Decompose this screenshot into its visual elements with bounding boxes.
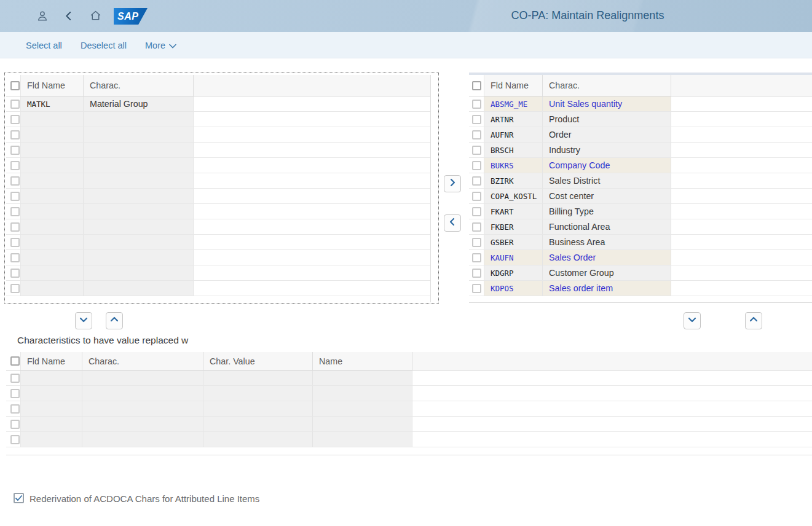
table-row[interactable] xyxy=(6,417,812,432)
row-checkbox[interactable] xyxy=(472,269,481,278)
column-header-char-value: Char. Value xyxy=(203,352,313,370)
row-checkbox[interactable] xyxy=(10,389,20,398)
table-row[interactable] xyxy=(6,112,430,127)
table-row[interactable]: COPA_KOSTLCost center xyxy=(469,189,812,204)
table-row[interactable]: AUFNROrder xyxy=(469,127,812,143)
user-profile-button[interactable] xyxy=(34,9,50,25)
row-checkbox[interactable] xyxy=(10,238,20,247)
row-checkbox[interactable] xyxy=(10,146,20,155)
row-checkbox[interactable] xyxy=(10,100,20,109)
table-row[interactable] xyxy=(6,235,430,250)
row-checkbox[interactable] xyxy=(10,161,20,170)
table-body xyxy=(6,371,812,447)
cell-charac xyxy=(84,127,194,142)
back-button[interactable] xyxy=(61,9,77,25)
row-checkbox[interactable] xyxy=(10,284,20,293)
table-row[interactable] xyxy=(6,386,812,401)
table-row[interactable] xyxy=(6,143,430,158)
table-row[interactable]: BRSCHIndustry xyxy=(469,143,812,158)
row-checkbox[interactable] xyxy=(10,420,20,429)
more-button[interactable]: More xyxy=(145,32,176,58)
row-checkbox[interactable] xyxy=(472,207,481,216)
table-row[interactable] xyxy=(6,127,430,143)
move-to-selected-button[interactable] xyxy=(444,175,461,192)
row-checkbox[interactable] xyxy=(472,146,481,155)
table-row[interactable]: FKARTBilling Type xyxy=(469,204,812,219)
row-checkbox[interactable] xyxy=(472,100,481,109)
row-checkbox[interactable] xyxy=(10,404,20,414)
table-row[interactable]: MATKLMaterial Group xyxy=(6,96,430,112)
table-row[interactable] xyxy=(6,250,430,265)
row-checkbox[interactable] xyxy=(472,253,481,262)
row-checkbox[interactable] xyxy=(10,115,20,124)
row-checkbox[interactable] xyxy=(10,192,20,201)
table-row[interactable]: GSBERBusiness Area xyxy=(469,235,812,250)
row-checkbox-cell xyxy=(6,281,21,296)
move-to-available-button[interactable] xyxy=(444,214,461,232)
cell-fld xyxy=(21,281,84,296)
row-filler xyxy=(194,204,430,219)
table-row[interactable]: ARTNRProduct xyxy=(469,112,812,127)
table-row[interactable]: KDPOSSales order item xyxy=(469,281,812,296)
cell-fld xyxy=(21,235,84,249)
table-row[interactable] xyxy=(6,265,430,281)
table-row[interactable] xyxy=(6,204,430,219)
table-row[interactable] xyxy=(6,401,812,417)
rederivation-checkbox[interactable] xyxy=(14,493,24,503)
select-all-rows-checkbox[interactable] xyxy=(10,81,20,90)
table-row[interactable]: FKBERFunctional Area xyxy=(469,219,812,235)
row-checkbox-cell xyxy=(469,127,484,142)
row-checkbox[interactable] xyxy=(10,269,20,278)
row-filler xyxy=(671,96,812,111)
row-checkbox[interactable] xyxy=(472,115,481,124)
table-row[interactable]: KAUFNSales Order xyxy=(469,250,812,265)
row-checkbox[interactable] xyxy=(472,284,481,293)
cell-fld xyxy=(21,401,82,416)
row-checkbox[interactable] xyxy=(472,161,481,170)
select-all-button[interactable]: Select all xyxy=(26,32,62,58)
row-checkbox[interactable] xyxy=(472,192,481,201)
row-checkbox[interactable] xyxy=(10,253,20,262)
table-row[interactable]: KDGRPCustomer Group xyxy=(469,265,812,281)
row-checkbox[interactable] xyxy=(10,435,20,444)
cell-value xyxy=(203,417,313,431)
row-checkbox[interactable] xyxy=(472,130,481,139)
select-all-rows-checkbox[interactable] xyxy=(472,81,481,90)
row-checkbox[interactable] xyxy=(472,222,481,232)
table-row[interactable]: ABSMG_MEUnit Sales quantity xyxy=(469,96,812,112)
row-checkbox[interactable] xyxy=(472,176,481,186)
select-all-rows-checkbox[interactable] xyxy=(10,356,20,366)
row-checkbox[interactable] xyxy=(10,207,20,216)
table-row[interactable] xyxy=(6,281,430,296)
row-checkbox[interactable] xyxy=(10,130,20,139)
cell-charac xyxy=(84,204,194,219)
cell-fld xyxy=(21,158,84,173)
row-checkbox-cell xyxy=(6,417,21,431)
table-row[interactable] xyxy=(6,158,430,173)
row-checkbox[interactable] xyxy=(472,238,481,247)
deselect-all-button[interactable]: Deselect all xyxy=(81,32,127,58)
table-row[interactable] xyxy=(6,189,430,204)
table-row[interactable]: BUKRSCompany Code xyxy=(469,158,812,173)
left-move-down-button[interactable] xyxy=(75,312,92,329)
row-checkbox[interactable] xyxy=(10,374,20,383)
cell-name xyxy=(313,386,412,401)
table-row[interactable] xyxy=(6,432,812,447)
right-move-down-button[interactable] xyxy=(684,312,701,329)
right-move-up-button[interactable] xyxy=(745,312,762,329)
table-row[interactable]: BZIRKSales District xyxy=(469,173,812,189)
row-filler xyxy=(412,386,812,401)
row-checkbox[interactable] xyxy=(10,176,20,186)
table-row[interactable] xyxy=(6,173,430,189)
row-checkbox[interactable] xyxy=(10,222,20,232)
home-button[interactable] xyxy=(87,9,103,25)
cell-charac xyxy=(84,189,194,203)
table-header-row: Fld Name Charac. xyxy=(469,75,812,96)
cell-fld xyxy=(21,189,84,203)
row-checkbox-cell xyxy=(469,158,484,173)
table-row[interactable] xyxy=(6,219,430,235)
cell-charac: Sales order item xyxy=(543,281,671,296)
app-header-bar: SAP CO-PA: Maintain Realignments xyxy=(0,0,812,32)
left-move-up-button[interactable] xyxy=(106,312,123,329)
table-row[interactable] xyxy=(6,371,812,386)
